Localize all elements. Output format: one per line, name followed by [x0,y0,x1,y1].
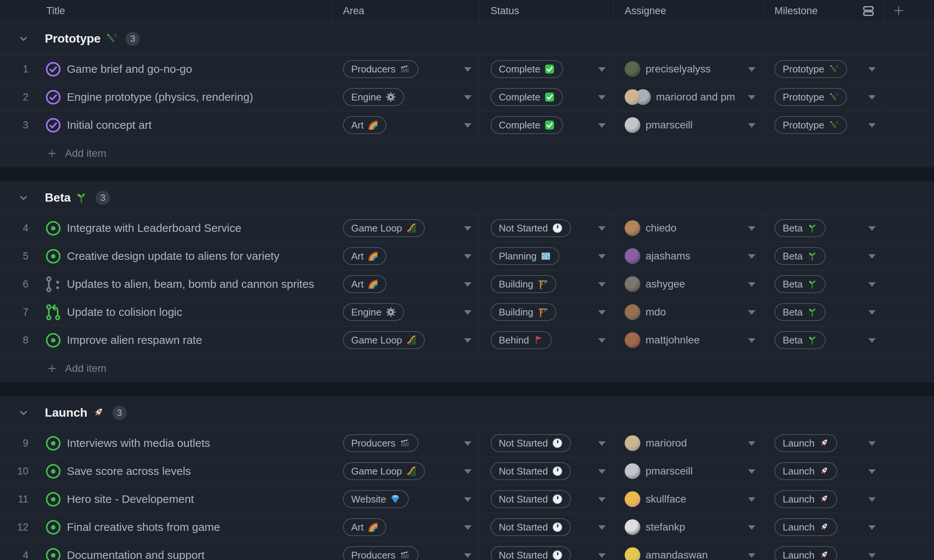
assignee-select[interactable]: stefankp [613,513,763,541]
add-item-button[interactable]: Add item [0,139,934,167]
area-select[interactable]: Art [332,270,479,298]
status-select[interactable]: Complete [479,55,613,83]
title-cell[interactable]: 10Save score across levels [0,457,332,485]
column-header-area[interactable]: Area [332,0,479,22]
title-cell[interactable]: 4Integrate with Leaderboard Service [0,214,332,242]
column-header-assignee[interactable]: Assignee [613,0,763,22]
table-row: 11Hero site - DevelopementWebsiteNot Sta… [0,485,934,513]
title-cell[interactable]: 2Engine prototype (physics, rendering) [0,83,332,111]
area-select[interactable]: Engine [332,83,479,111]
item-title: Documentation and support [67,549,205,560]
plus-icon[interactable] [893,5,905,17]
column-header-status[interactable]: Status [479,0,613,22]
milestone-select[interactable]: Launch [763,457,883,485]
status-label: Not Started [499,466,548,477]
status-select[interactable]: Not Started [479,485,613,513]
assignee-select[interactable]: mattjohnlee [613,326,763,354]
milestone-select[interactable]: Beta [763,214,883,242]
title-cell[interactable]: 1Game brief and go-no-go [0,55,332,83]
title-cell[interactable]: 6Updates to alien, beam, bomb and cannon… [0,270,332,298]
avatar-stack [625,463,640,479]
collapse-group-button[interactable] [18,408,28,418]
area-select[interactable]: Game Loop [332,214,479,242]
seedling-emoji [807,279,817,289]
empty-cell [883,55,934,83]
status-select[interactable]: Building [479,270,613,298]
collapse-group-button[interactable] [18,193,28,203]
chevron-down-icon [598,441,606,446]
empty-cell [883,429,934,457]
status-select[interactable]: Not Started [479,457,613,485]
area-select[interactable]: Game Loop [332,457,479,485]
title-cell[interactable]: 11Hero site - Developement [0,485,332,513]
title-cell[interactable]: 12Final creative shots from game [0,513,332,541]
assignee-select[interactable]: chiedo [613,214,763,242]
assignee-select[interactable]: mariorod and pm [613,83,763,111]
milestone-select[interactable]: Beta [763,326,883,354]
milestone-select[interactable]: Beta [763,270,883,298]
assignee-select[interactable]: pmarsceill [613,111,763,139]
assignee-name: ajashams [646,250,690,262]
status-select[interactable]: Behind [479,326,613,354]
milestone-pill: Beta [774,331,826,349]
area-select[interactable]: Art [332,513,479,541]
milestone-select[interactable]: Prototype [763,55,883,83]
milestone-label: Beta [783,306,803,318]
chevron-down-icon [598,310,606,315]
chevron-down-icon [464,553,472,558]
title-cell[interactable]: 5Creative design update to aliens for va… [0,242,332,270]
status-select[interactable]: Not Started [479,542,613,560]
assignee-select[interactable]: pmarsceill [613,457,763,485]
milestone-select[interactable]: Beta [763,298,883,326]
rocket-emoji [818,438,829,448]
area-select[interactable]: Producers [332,542,479,560]
column-header-title[interactable]: Title [0,0,332,22]
title-cell[interactable]: 4Documentation and support [0,542,332,560]
area-select[interactable]: Engine [332,298,479,326]
title-cell[interactable]: 9Interviews with media outlets [0,429,332,457]
empty-cell [883,242,934,270]
assignee-select[interactable]: mariorod [613,429,763,457]
area-select[interactable]: Game Loop [332,326,479,354]
milestone-select[interactable]: Prototype [763,111,883,139]
assignee-select[interactable]: amandaswan [613,542,763,560]
chevron-down-icon [598,254,606,259]
area-select[interactable]: Producers [332,429,479,457]
area-select[interactable]: Website [332,485,479,513]
status-select[interactable]: Planning [479,242,613,270]
assignee-select[interactable]: mdo [613,298,763,326]
assignee-select[interactable]: skullface [613,485,763,513]
chevron-down-icon [748,469,755,474]
status-select[interactable]: Not Started [479,429,613,457]
assignee-select[interactable]: ashygee [613,270,763,298]
area-select[interactable]: Art [332,111,479,139]
area-pill: Website [343,490,409,508]
milestone-select[interactable]: Beta [763,242,883,270]
milestone-select[interactable]: Prototype [763,83,883,111]
status-select[interactable]: Complete [479,83,613,111]
assignee-name: amandaswan [646,549,708,560]
group-divider [0,382,934,397]
status-select[interactable]: Not Started [479,513,613,541]
title-cell[interactable]: 8Improve alien respawn rate [0,326,332,354]
area-pill: Engine [343,303,404,321]
clock-emoji [552,522,563,532]
title-cell[interactable]: 7Update to colision logic [0,298,332,326]
status-select[interactable]: Not Started [479,214,613,242]
assignee-select[interactable]: ajashams [613,242,763,270]
milestone-select[interactable]: Launch [763,513,883,541]
rows-icon[interactable] [862,5,875,17]
milestone-select[interactable]: Launch [763,485,883,513]
add-item-button[interactable]: Add item [0,354,934,382]
status-select[interactable]: Building [479,298,613,326]
milestone-select[interactable]: Launch [763,542,883,560]
area-select[interactable]: Producers [332,55,479,83]
area-select[interactable]: Art [332,242,479,270]
status-label: Building [499,306,533,318]
assignee-select[interactable]: preciselyalyss [613,55,763,83]
status-select[interactable]: Complete [479,111,613,139]
collapse-group-button[interactable] [18,34,28,44]
milestone-select[interactable]: Launch [763,429,883,457]
milestone-label: Launch [783,522,814,533]
title-cell[interactable]: 3Initial concept art [0,111,332,139]
